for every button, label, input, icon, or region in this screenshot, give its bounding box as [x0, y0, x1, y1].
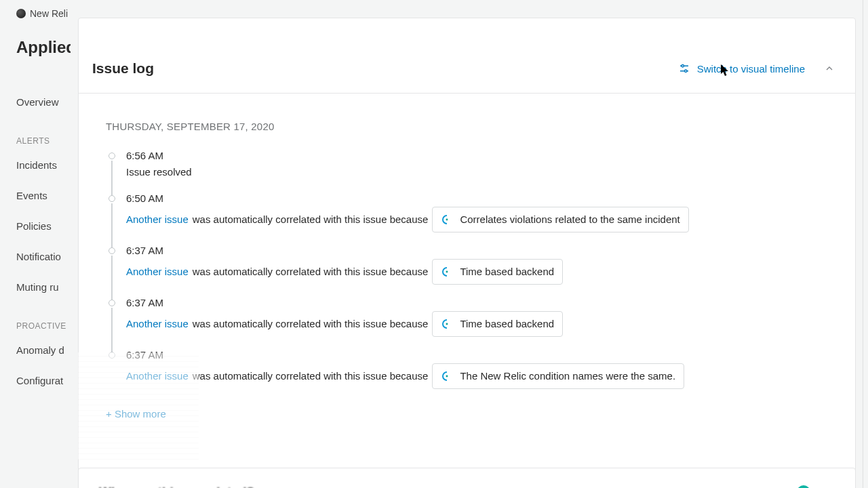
timeline-text: Issue resolved [126, 164, 828, 180]
newrelic-icon [441, 318, 453, 330]
correlation-reason-text: Time based backend [460, 264, 554, 280]
timeline-time: 6:37 AM [126, 349, 828, 361]
timeline-text: Another issue was automatically correlat… [126, 207, 828, 232]
timeline-item: 6:37 AM Another issue was automatically … [108, 297, 828, 349]
related-issue-link[interactable]: Another issue [126, 368, 189, 384]
correlation-reason-chip[interactable]: The New Relic condition names were the s… [432, 363, 684, 389]
brand-dot-icon [16, 9, 26, 18]
panel-body: THURSDAY, SEPTEMBER 17, 2020 6:56 AM Iss… [79, 94, 855, 434]
svg-point-4 [682, 65, 684, 67]
timeline-time: 6:37 AM [126, 297, 828, 308]
timeline-line [111, 161, 113, 195]
switch-visual-timeline-label: Switch to visual timeline [697, 63, 805, 75]
correlation-reason-text: Correlates violations related to the sam… [460, 211, 679, 228]
correlation-panel: Why was this correlated? 8 [78, 468, 856, 488]
timeline-item: 6:50 AM Another issue was automatically … [108, 192, 828, 245]
timeline: 6:56 AM Issue resolved 6:50 AM Another i… [106, 150, 828, 389]
related-issue-link[interactable]: Another issue [126, 316, 189, 332]
timeline-item: 6:37 AM Another issue was automatically … [108, 245, 828, 297]
newrelic-icon [441, 266, 453, 278]
svg-point-8 [446, 323, 448, 325]
timeline-plain-text: Issue resolved [126, 164, 192, 180]
panel-header-actions: Switch to visual timeline [678, 62, 835, 75]
timeline-dot-icon [108, 152, 115, 159]
newrelic-icon [441, 370, 453, 382]
newrelic-icon [441, 214, 453, 226]
timeline-line [111, 203, 113, 247]
related-issue-link[interactable]: Another issue [126, 211, 189, 228]
timeline-mid-text: was automatically correlated with this i… [193, 368, 429, 384]
correlation-reason-chip[interactable]: Time based backend [432, 259, 563, 285]
show-more-link[interactable]: + Show more [106, 408, 166, 420]
timeline-text: Another issue was automatically correlat… [126, 363, 828, 389]
count-badge: 8 [797, 485, 810, 488]
timeline-dot-icon [108, 195, 115, 202]
issue-log-panel: Issue log Switch to visual timeline THUR… [78, 18, 856, 488]
timeline-time: 6:56 AM [126, 150, 828, 161]
switch-visual-timeline-link[interactable]: Switch to visual timeline [678, 62, 805, 75]
correlation-panel-actions: 8 [797, 485, 835, 488]
sliders-icon [678, 62, 690, 75]
collapse-button[interactable] [824, 63, 835, 74]
timeline-mid-text: was automatically correlated with this i… [193, 211, 429, 228]
scrollbar-gutter[interactable] [863, 0, 868, 488]
related-issue-link[interactable]: Another issue [126, 264, 189, 280]
timeline-time: 6:50 AM [126, 192, 828, 204]
correlation-panel-title: Why was this correlated? [99, 485, 254, 488]
timeline-mid-text: was automatically correlated with this i… [193, 316, 429, 332]
timeline-dot-icon [108, 247, 115, 254]
svg-point-9 [446, 375, 448, 378]
panel-header: Issue log Switch to visual timeline [79, 41, 855, 94]
timeline-item: 6:37 AM Another issue was automatically … [108, 349, 828, 389]
correlation-reason-text: The New Relic condition names were the s… [460, 368, 675, 384]
correlation-reason-chip[interactable]: Correlates violations related to the sam… [432, 207, 688, 232]
timeline-dot-icon [108, 300, 115, 306]
timeline-text: Another issue was automatically correlat… [126, 311, 828, 337]
timeline-item: 6:56 AM Issue resolved [108, 150, 828, 192]
timeline-dot-icon [108, 352, 115, 359]
svg-point-7 [446, 271, 448, 273]
timeline-line [111, 256, 113, 300]
chevron-up-icon [824, 63, 835, 74]
timeline-time: 6:37 AM [126, 245, 828, 256]
correlation-reason-chip[interactable]: Time based backend [432, 311, 563, 337]
timeline-line [111, 308, 113, 352]
panel-title: Issue log [92, 60, 154, 77]
log-date-heading: THURSDAY, SEPTEMBER 17, 2020 [106, 121, 828, 132]
brand-text: New Reli [30, 8, 68, 19]
svg-point-6 [446, 219, 448, 221]
svg-point-5 [684, 70, 686, 72]
timeline-mid-text: was automatically correlated with this i… [193, 264, 429, 280]
correlation-reason-text: Time based backend [460, 316, 554, 332]
timeline-text: Another issue was automatically correlat… [126, 259, 828, 285]
